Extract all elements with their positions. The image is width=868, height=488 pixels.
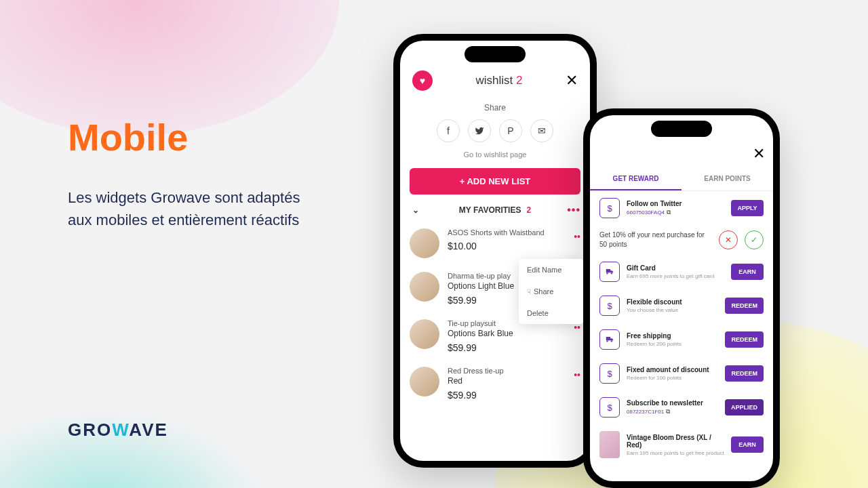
product-image [410,319,439,349]
headline: Mobile [68,115,326,159]
dollar-icon: $ [599,363,620,384]
reject-button[interactable]: ✕ [719,230,738,249]
chevron-down-icon: ⌄ [412,205,419,215]
reward-sub: Redeem for 200 points [627,341,718,347]
share-row: f P ✉ [400,119,590,142]
close-icon[interactable]: ✕ [566,72,578,89]
more-icon[interactable]: •• [574,231,580,242]
cursor-icon: ☟ [527,288,531,296]
phone-notch [465,46,526,62]
svg-point-2 [606,340,608,342]
wishlist-title: wishlist 2 [476,74,523,87]
dollar-icon: $ [599,198,620,218]
svg-point-1 [611,272,612,274]
accept-button[interactable]: ✓ [745,230,764,249]
email-icon[interactable]: ✉ [530,119,553,142]
product-price: $59.99 [448,390,580,401]
reward-title: Fixed amount of discount [627,366,718,373]
reward-row: Free shippingRedeem for 200 pointsREDEEM [590,323,773,357]
copy-icon[interactable]: ⧉ [666,408,670,415]
phone-rewards: ✕ GET REWARD EARN POINTS $Follow on Twit… [583,108,780,488]
reward-sub: 66075030FAQ4 ⧉ [627,209,724,216]
favorites-header[interactable]: ⌄ MY FAVORITIES 2 ••• [400,195,590,222]
facebook-icon[interactable]: f [437,119,460,142]
reward-sub: Earn 695 more points to get gift card [627,273,724,279]
product-name: ASOS Shorts with Waistband [448,228,580,237]
subtext: Les widgets Growave sont adaptés aux mob… [68,186,326,231]
reward-action-button[interactable]: EARN [731,264,764,280]
reward-action-button[interactable]: EARN [731,436,764,453]
truck-icon [599,262,620,282]
reward-row: $Fixed amount of discountRedeem for 100 … [590,357,773,390]
twitter-icon[interactable] [468,119,491,142]
reward-title: Follow on Twitter [627,200,724,207]
bg-blob-teal [0,407,271,488]
rewards-tabs: GET REWARD EARN POINTS [590,168,773,191]
product-image [410,272,439,302]
heart-icon[interactable]: ♥ [412,70,433,91]
product-option: Red [448,376,580,386]
tab-get-reward[interactable]: GET REWARD [590,168,682,190]
reward-action-button[interactable]: REDEEM [725,365,764,382]
reward-row: $Flexible discountYou choose the valueRE… [590,289,773,323]
product-image [410,228,439,258]
goto-wishlist-link[interactable]: Go to wishlist page [400,150,590,159]
offer-row: Get 10% off your next purchase for 50 po… [590,225,773,255]
dollar-icon: $ [599,296,620,316]
product-price: $10.00 [448,241,580,251]
product-option: Options Bark Blue [448,329,580,338]
context-menu: Edit Name ☟Share Delete [519,259,583,324]
add-new-list-button[interactable]: + ADD NEW LIST [410,168,580,195]
reward-title: Gift Card [627,264,724,272]
reward-action-button[interactable]: APPLIED [725,399,764,415]
pinterest-icon[interactable]: P [499,119,522,142]
truck-icon [599,329,620,350]
reward-row: Gift CardEarn 695 more points to get gif… [590,255,773,289]
reward-title: Vintage Bloom Dress (XL / Red) [627,434,724,449]
more-icon[interactable]: ••• [567,204,580,216]
tab-earn-points[interactable]: EARN POINTS [682,168,773,190]
reward-action-button[interactable]: REDEEM [725,298,764,314]
share-label: Share [400,103,590,113]
offer-text: Get 10% off your next purchase for 50 po… [599,230,712,249]
product-row[interactable]: Red Dress tie-upRed$59.99•• [400,360,590,407]
svg-point-3 [611,340,612,342]
reward-action-button[interactable]: APPLY [731,200,764,216]
svg-point-0 [606,272,608,274]
product-thumb [599,431,620,458]
copy-icon[interactable]: ⧉ [667,209,671,216]
reward-sub: Redeem for 100 points [627,375,718,381]
ctx-delete[interactable]: Delete [519,302,583,324]
reward-title: Subscribe to newsletter [627,399,718,407]
more-icon[interactable]: •• [574,369,580,380]
reward-title: Flexible discount [627,298,718,306]
phone-notch [651,121,712,137]
reward-row: $Subscribe to newsletter0872237C1F01 ⧉AP… [590,390,773,424]
phone-wishlist: ♥ wishlist 2 ✕ Share f P ✉ Go to wishlis… [393,34,597,468]
dollar-icon: $ [599,397,620,418]
reward-title: Free shipping [627,332,718,340]
close-icon[interactable]: ✕ [753,145,765,163]
ctx-edit-name[interactable]: Edit Name [519,259,583,281]
reward-row: $Follow on Twitter66075030FAQ4 ⧉APPLY [590,191,773,225]
reward-sub: Earn 195 more points to get free product [627,450,724,456]
ctx-share[interactable]: ☟Share [519,281,583,302]
growave-logo: GROWAVE [68,420,168,441]
product-image [410,367,439,396]
marketing-copy: Mobile Les widgets Growave sont adaptés … [68,115,326,231]
reward-row: Vintage Bloom Dress (XL / Red)Earn 195 m… [590,424,773,465]
reward-sub: You choose the value [627,307,718,313]
product-name: Red Dress tie-up [448,367,580,375]
reward-action-button[interactable]: REDEEM [725,331,764,348]
product-price: $59.99 [448,342,580,353]
reward-sub: 0872237C1F01 ⧉ [627,408,718,415]
